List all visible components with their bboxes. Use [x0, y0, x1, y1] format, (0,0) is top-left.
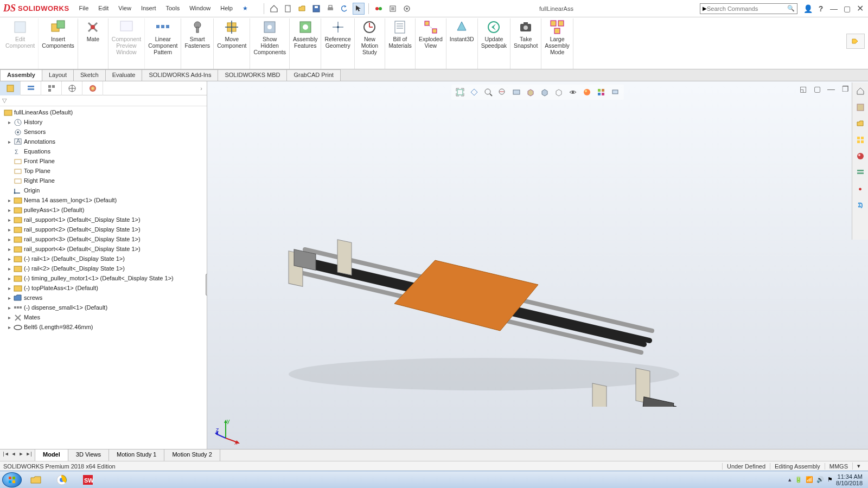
- expand-icon[interactable]: ▸: [7, 217, 12, 223]
- tab-first-icon[interactable]: |◄: [2, 451, 10, 460]
- ribbon-new-motion-study[interactable]: New Motion Study: [355, 18, 385, 69]
- dimxpert-manager-tab[interactable]: [62, 81, 82, 95]
- expand-icon[interactable]: ▸: [7, 246, 12, 252]
- view-settings-button[interactable]: [595, 86, 608, 99]
- ribbon-instant3d[interactable]: Instant3D: [446, 18, 478, 69]
- status-units[interactable]: MMGS: [825, 463, 852, 470]
- menu-tools[interactable]: Tools: [161, 3, 184, 14]
- tree-item[interactable]: Sensors: [2, 127, 205, 137]
- file-properties-button[interactable]: [387, 3, 399, 15]
- tree-item[interactable]: Origin: [2, 185, 205, 195]
- tray-network-icon[interactable]: 📶: [806, 476, 813, 483]
- hide-show-items-button[interactable]: [552, 86, 565, 99]
- display-manager-tab[interactable]: [82, 81, 103, 95]
- feature-tree[interactable]: fullLinearAss (Default)▸HistorySensors▸A…: [0, 106, 207, 466]
- bottom-tab-model[interactable]: Model: [35, 450, 68, 461]
- custom-properties-icon[interactable]: [854, 166, 867, 179]
- property-manager-tab[interactable]: [21, 81, 41, 95]
- taskbar-explorer-icon[interactable]: [24, 472, 48, 487]
- tree-item[interactable]: ▸rail_support<1> (Default<_Display State…: [2, 215, 205, 224]
- filter-funnel-icon[interactable]: ▽: [2, 97, 7, 104]
- ribbon-smart-fasteners[interactable]: Smart Fasteners: [181, 18, 214, 69]
- tree-item[interactable]: ▸(-) rail<2> (Default<_Display State 1>): [2, 264, 205, 273]
- search-commands-input[interactable]: [707, 5, 787, 12]
- apply-scene-button[interactable]: [580, 86, 593, 99]
- tree-item[interactable]: ▸Belt6 (Length=982.46mm): [2, 322, 205, 332]
- zoom-to-area-button[interactable]: [468, 86, 481, 99]
- tree-item[interactable]: ▸History: [2, 117, 205, 127]
- tree-item[interactable]: ▸(-) rail<1> (Default<_Display State 1>): [2, 254, 205, 264]
- view-palette-icon[interactable]: [854, 133, 867, 146]
- tab-solidworks-mbd[interactable]: SOLIDWORKS MBD: [218, 69, 287, 81]
- tree-item[interactable]: Top Plane: [2, 166, 205, 176]
- expand-icon[interactable]: ▸: [7, 295, 12, 301]
- section-view-button[interactable]: [496, 86, 509, 99]
- taskbar-solidworks-icon[interactable]: SW: [76, 472, 100, 487]
- configuration-manager-tab[interactable]: [41, 81, 62, 95]
- tree-item[interactable]: ▸rail_support<4> (Default<_Display State…: [2, 244, 205, 254]
- menu-help[interactable]: Help: [216, 3, 237, 14]
- undo-button[interactable]: [339, 3, 350, 15]
- save-button[interactable]: [310, 3, 322, 15]
- tab-solidworks-add-ins[interactable]: SOLIDWORKS Add-Ins: [142, 69, 218, 81]
- view-orientation-button[interactable]: [524, 86, 537, 99]
- display-style-button[interactable]: [538, 86, 551, 99]
- graphics-viewport[interactable]: ◱ ▢ ― ❐ ✕: [207, 81, 868, 466]
- tray-battery-icon[interactable]: 🔋: [795, 476, 802, 483]
- tab-evaluate[interactable]: Evaluate: [105, 69, 143, 81]
- maximize-button[interactable]: ▢: [842, 4, 852, 14]
- tree-item[interactable]: ▸rail_support<3> (Default<_Display State…: [2, 234, 205, 244]
- start-button[interactable]: [2, 472, 22, 487]
- print-button[interactable]: [324, 3, 336, 15]
- tab-prev-icon[interactable]: ◄: [10, 451, 17, 460]
- expand-icon[interactable]: ▸: [7, 119, 12, 125]
- tab-assembly[interactable]: Assembly: [0, 69, 42, 81]
- tree-item[interactable]: ▸screws: [2, 293, 205, 303]
- tray-volume-icon[interactable]: 🔊: [816, 476, 824, 483]
- ribbon-move-component[interactable]: Move Component: [214, 18, 250, 69]
- bottom-tab-3d-views[interactable]: 3D Views: [68, 450, 109, 461]
- close-button[interactable]: ✕: [855, 4, 865, 14]
- tree-item[interactable]: Front Plane: [2, 156, 205, 166]
- menu-file[interactable]: File: [75, 3, 93, 14]
- tree-item[interactable]: Right Plane: [2, 176, 205, 185]
- taskbar-chrome-icon[interactable]: [50, 472, 74, 487]
- expand-icon[interactable]: ▸: [7, 236, 12, 242]
- menu-insert[interactable]: Insert: [137, 3, 161, 14]
- expand-icon[interactable]: ▸: [7, 314, 12, 320]
- view-triad[interactable]: y x z: [215, 418, 242, 445]
- tree-item[interactable]: ▸(-) topPlateAss<1> (Default): [2, 283, 205, 293]
- tree-item[interactable]: ▸(-) dispense_small<1> (Default): [2, 303, 205, 312]
- ribbon-mate[interactable]: Mate: [78, 18, 108, 69]
- new-file-button[interactable]: [282, 3, 294, 15]
- ribbon-assembly-features[interactable]: Assembly Features: [290, 18, 322, 69]
- bottom-tab-motion-study-2[interactable]: Motion Study 2: [164, 450, 220, 461]
- search-scope-icon[interactable]: ▶: [703, 5, 707, 11]
- tab-layout[interactable]: Layout: [42, 69, 74, 81]
- file-explorer-icon[interactable]: [854, 117, 867, 130]
- ribbon-overflow-button[interactable]: [846, 34, 865, 49]
- appearances-icon[interactable]: [854, 150, 867, 163]
- search-commands-box[interactable]: ▶ 🔍: [700, 3, 797, 14]
- filter-row[interactable]: ▽: [0, 95, 207, 106]
- user-icon[interactable]: 👤: [803, 4, 813, 14]
- expand-icon[interactable]: ▸: [7, 324, 12, 330]
- menu-edit[interactable]: Edit: [94, 3, 113, 14]
- minimize-button[interactable]: ―: [829, 4, 839, 14]
- tree-item[interactable]: ▸AAnnotations: [2, 137, 205, 146]
- dynamic-annotation-button[interactable]: [510, 86, 523, 99]
- ribbon-insert-components[interactable]: Insert Components: [39, 18, 78, 69]
- ribbon-large-assembly-mode[interactable]: Large Assembly Mode: [541, 18, 573, 69]
- zoom-to-fit-button[interactable]: [454, 86, 467, 99]
- menu-window[interactable]: Window: [185, 3, 215, 14]
- rebuild-button[interactable]: [373, 3, 385, 15]
- 3dexperience-icon[interactable]: Ɪ): [854, 198, 867, 211]
- tab-last-icon[interactable]: ►|: [25, 451, 33, 460]
- ribbon-show-hidden-components[interactable]: Show Hidden Components: [250, 18, 290, 69]
- menu-view[interactable]: View: [114, 3, 136, 14]
- viewport-restore2-icon[interactable]: ❐: [841, 85, 850, 93]
- task-pane-home-icon[interactable]: [854, 85, 867, 98]
- menu-pin-icon[interactable]: ★: [238, 3, 252, 14]
- expand-icon[interactable]: ▸: [7, 256, 12, 262]
- expand-icon[interactable]: ▸: [7, 266, 12, 272]
